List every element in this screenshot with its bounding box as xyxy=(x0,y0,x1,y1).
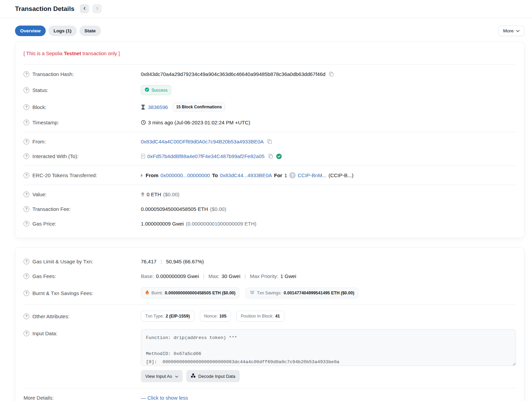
row-from: ? From: 0x83dC44a4C00DFf69d0A0c7c94B20b5… xyxy=(24,134,516,149)
eth-diamond-icon xyxy=(141,192,145,197)
more-button[interactable]: More xyxy=(498,26,524,36)
decode-input-data-label: Decode Input Data xyxy=(198,374,235,379)
status-label: Status: xyxy=(32,87,48,93)
details-card: ? Gas Limit & Usage by Txn: 76,417 | 50,… xyxy=(15,247,524,401)
next-transaction-button[interactable] xyxy=(92,4,102,13)
copy-icon[interactable] xyxy=(329,72,334,77)
divider xyxy=(24,185,516,185)
to-address-link[interactable]: 0xFd57b4ddBf88a4e07fF4e34C487b99af2Fe82a… xyxy=(147,153,265,159)
view-input-as-label: View Input As xyxy=(145,374,172,379)
erc20-from-word: From xyxy=(146,172,159,178)
transaction-hash-label: Transaction Hash: xyxy=(32,71,74,77)
block-number-link[interactable]: 3836596 xyxy=(148,104,168,110)
pipe-separator: | xyxy=(203,273,204,279)
help-icon[interactable]: ? xyxy=(24,191,29,197)
erc20-from-address-link[interactable]: 0x000000...00000000 xyxy=(161,172,210,178)
help-icon[interactable]: ? xyxy=(24,87,29,93)
warning-suffix: transaction only ] xyxy=(81,51,120,56)
help-icon[interactable]: ? xyxy=(24,330,29,336)
verified-check-icon xyxy=(276,154,282,159)
help-icon[interactable]: ? xyxy=(24,290,29,296)
input-data-textarea[interactable]: Function: drip(address token) *** Method… xyxy=(141,329,516,366)
row-gas-fees: ? Gas Fees: Base: 0.000000009 Gwei | Max… xyxy=(24,269,516,283)
burnt-label: Burnt: xyxy=(151,291,163,295)
help-icon[interactable]: ? xyxy=(24,206,29,212)
tab-overview[interactable]: Overview xyxy=(15,26,46,36)
interacted-with-label: Interacted With (To): xyxy=(32,153,78,159)
position-label: Position In Block: xyxy=(241,314,274,319)
help-icon[interactable]: ? xyxy=(24,104,29,110)
row-block: ? Block: 3836596 15 Block Confirmations xyxy=(24,99,516,115)
tab-logs[interactable]: Logs (1) xyxy=(48,26,77,36)
from-address-link[interactable]: 0x83dC44a4C00DFf69d0A0c7c94B20b53a4933BE… xyxy=(141,139,264,144)
erc20-label: ERC-20 Tokens Transferred: xyxy=(32,172,97,178)
block-label: Block: xyxy=(32,104,46,110)
contract-file-icon xyxy=(141,154,145,159)
tab-state[interactable]: State xyxy=(79,26,101,36)
row-value: ? Value: 0 ETH ($0.00) xyxy=(24,187,516,202)
transaction-fee-label: Transaction Fee: xyxy=(32,206,71,212)
nonce-value: 105 xyxy=(219,314,226,319)
pipe-separator: | xyxy=(161,259,162,264)
copy-icon[interactable] xyxy=(268,154,273,159)
txn-savings-label: Txn Savings: xyxy=(257,291,281,295)
pipe-separator: | xyxy=(245,273,246,279)
decode-input-data-button[interactable]: Decode Input Data xyxy=(186,370,240,382)
show-less-link[interactable]: — Click to show less xyxy=(141,395,188,401)
help-icon[interactable]: ? xyxy=(24,153,29,159)
row-transaction-fee: ? Transaction Fee: 0.000050945000458505 … xyxy=(24,202,516,216)
page-title: Transaction Details xyxy=(15,5,74,13)
hourglass-icon xyxy=(141,105,145,110)
erc20-amount: 1 xyxy=(284,172,287,178)
input-data-label: Input Data: xyxy=(32,330,57,336)
help-icon[interactable]: ? xyxy=(24,172,29,178)
flame-icon xyxy=(145,290,149,296)
max-priority-value: 1 Gwei xyxy=(280,273,296,279)
chevron-left-icon xyxy=(83,6,86,11)
erc20-to-address-link[interactable]: 0x83dC44...4933BE0A xyxy=(220,172,272,178)
base-fee-value: 0.000000009 Gwei xyxy=(156,273,199,279)
row-more-details: More Details: — Click to show less xyxy=(24,390,516,401)
help-icon[interactable]: ? xyxy=(24,120,29,125)
warning-bold: Testnet xyxy=(64,51,81,56)
status-badge-text: Success xyxy=(151,88,167,93)
help-icon[interactable]: ? xyxy=(24,221,29,227)
testnet-warning: [ This is a Sepolia Testnet transaction … xyxy=(24,49,516,62)
overview-card: [ This is a Sepolia Testnet transaction … xyxy=(15,42,524,238)
row-input-data: ? Input Data: Function: drip(address tok… xyxy=(24,325,516,386)
divider xyxy=(24,132,516,132)
chevron-down-icon xyxy=(516,28,520,33)
help-icon[interactable]: ? xyxy=(24,259,29,264)
gas-limit-label: Gas Limit & Usage by Txn: xyxy=(32,259,93,264)
divider xyxy=(24,64,516,65)
help-icon[interactable]: ? xyxy=(24,139,29,144)
divider xyxy=(24,388,516,388)
erc20-token-link[interactable]: CCIP-BnM... xyxy=(298,172,326,178)
erc20-for-word: For xyxy=(274,172,282,178)
help-icon[interactable]: ? xyxy=(24,313,29,319)
row-interacted-with: ? Interacted With (To): 0xFd57b4ddBf88a4… xyxy=(24,149,516,164)
value-label: Value: xyxy=(32,191,46,197)
copy-icon[interactable] xyxy=(267,139,272,144)
prev-transaction-button[interactable] xyxy=(80,4,89,13)
txn-savings-value: 0.001477404999541495 ETH ($0.00) xyxy=(284,291,354,295)
help-icon[interactable]: ? xyxy=(24,71,29,77)
gas-price-label: Gas Price: xyxy=(32,221,56,227)
view-input-as-button[interactable]: View Input As xyxy=(141,370,183,382)
divider xyxy=(24,305,516,305)
more-details-label: More Details: xyxy=(24,395,54,401)
help-icon[interactable]: ? xyxy=(24,273,29,279)
row-timestamp: ? Timestamp: 3 mins ago (Jul-06-2023 01:… xyxy=(24,115,516,130)
from-label: From: xyxy=(32,139,46,144)
gas-usage-value: 50,945 (66.67%) xyxy=(166,259,204,264)
timestamp-value: 3 mins ago (Jul-06-2023 01:02:24 PM +UTC… xyxy=(148,120,250,125)
row-gas-price: ? Gas Price: 1.000000009 Gwei (0.0000000… xyxy=(24,216,516,231)
status-badge: Success xyxy=(141,85,171,95)
gas-price-eth: (0.000000001000000009 ETH) xyxy=(186,221,256,227)
nonce-label: Nonce: xyxy=(204,314,218,319)
tab-list: Overview Logs (1) State xyxy=(15,26,101,36)
position-value: 41 xyxy=(275,314,280,319)
other-attributes-label: Other Attributes: xyxy=(32,313,69,319)
transaction-fee-usd: ($0.00) xyxy=(210,206,226,212)
chevron-right-icon xyxy=(95,6,99,11)
